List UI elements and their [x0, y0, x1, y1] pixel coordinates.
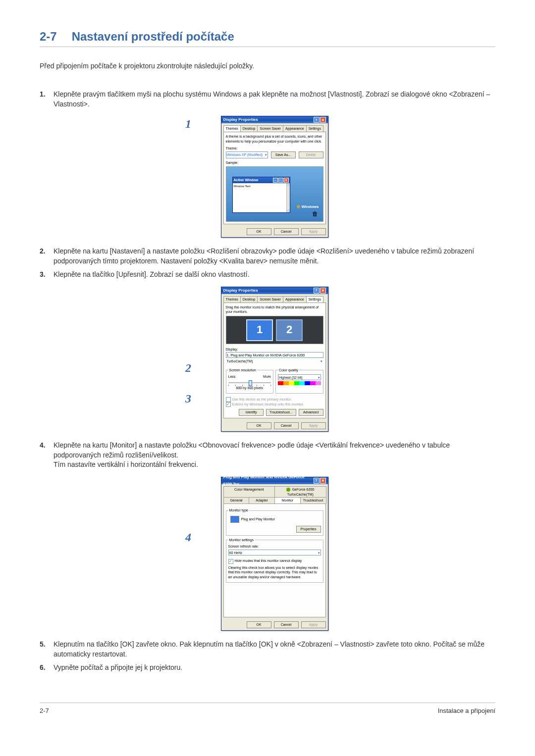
tab-themes[interactable]: Themes — [223, 296, 241, 302]
help-icon[interactable]: ? — [314, 288, 320, 294]
help-icon[interactable]: ? — [314, 117, 320, 123]
step-5: Klepnutím na tlačítko [OK] zavřete okno.… — [40, 640, 495, 659]
footer-page-number: 2-7 — [40, 707, 49, 714]
close-icon[interactable]: ✕ — [320, 117, 326, 123]
theme-sample-preview: Active Window – □ ✕ Window Text — [226, 166, 323, 222]
screen-resolution-fieldset: Screen resolution Less More — [226, 368, 274, 394]
display-properties-themes-dialog: Display Properties ? ✕ Themes Desktop Sc… — [221, 116, 328, 238]
use-primary-label: Use this device as the primary monitor. — [232, 398, 292, 401]
cancel-button[interactable]: Cancel — [274, 621, 299, 628]
close-icon: ✕ — [284, 178, 289, 183]
nvidia-icon — [286, 488, 290, 492]
intro-text: Před připojením počítače k projektoru zk… — [40, 62, 495, 70]
tab-bar: Themes Desktop Screen Saver Appearance S… — [221, 294, 328, 302]
identify-button[interactable]: Identify — [239, 409, 264, 416]
close-icon[interactable]: ✕ — [320, 288, 326, 294]
section-title-text: Nastavení prostředí počítače — [72, 30, 234, 43]
dialog-title: Display Properties — [223, 116, 258, 123]
step-6: Vypněte počítač a připojte jej k projekt… — [40, 663, 495, 673]
windows-logo: Windows — [297, 204, 319, 209]
sample-label: Sample: — [226, 160, 323, 165]
color-quality-fieldset: Color quality Highest (32 bit) — [275, 368, 323, 394]
monitor-type-legend: Monitor type — [228, 508, 250, 513]
theme-label: Theme: — [226, 146, 323, 151]
settings-description: Drag the monitor icons to match the phys… — [226, 305, 323, 315]
ok-button[interactable]: OK — [247, 228, 271, 235]
callout-3: 3 — [185, 391, 191, 407]
monitor-settings-fieldset: Monitor settings Screen refresh rate: 60… — [226, 538, 323, 583]
theme-select[interactable]: Windows XP (Modified) — [226, 151, 268, 158]
monitor-type-value: Plug and Play Monitor — [241, 517, 275, 521]
tab-geforce[interactable]: GeForce 6200 TurboCache(TM) — [274, 486, 326, 498]
tab-appearance[interactable]: Appearance — [283, 125, 307, 132]
properties-button[interactable]: Properties — [296, 526, 321, 533]
tab-monitor[interactable]: Monitor — [274, 497, 301, 504]
resolution-slider[interactable] — [228, 381, 271, 385]
window-text-label: Window Text — [234, 185, 251, 188]
dialog-titlebar: Display Properties ? ✕ — [221, 287, 328, 294]
tab-bar-row1: Color Management GeForce 6200 TurboCache… — [221, 484, 328, 498]
resolution-value: 800 by 600 pixels — [228, 386, 271, 391]
recycle-bin-icon: 🗑 — [312, 210, 318, 218]
tab-troubleshoot[interactable]: Troubleshoot — [300, 497, 326, 504]
tab-desktop[interactable]: Desktop — [240, 125, 258, 132]
monitor-arrangement[interactable]: 1 2 — [226, 316, 323, 344]
refresh-rate-label: Screen refresh rate: — [228, 544, 321, 549]
monitor-settings-legend: Monitor settings — [228, 538, 255, 543]
delete-button: Delete — [299, 151, 323, 158]
more-label: More — [263, 374, 271, 379]
advanced-button[interactable]: Advanced — [299, 409, 323, 416]
minimize-icon: – — [273, 178, 278, 183]
step-3: Klepněte na tlačítko [Upřesnit]. Zobrazí… — [40, 270, 495, 432]
display-properties-settings-dialog: Display Properties ? ✕ Themes Desktop Sc… — [221, 287, 328, 432]
tab-adapter[interactable]: Adapter — [249, 497, 275, 504]
tab-settings[interactable]: Settings — [306, 296, 323, 302]
resolution-legend: Screen resolution — [228, 368, 257, 373]
dialog-title: Display Properties — [223, 287, 258, 294]
tab-appearance[interactable]: Appearance — [283, 296, 307, 302]
close-icon[interactable]: ✕ — [320, 478, 326, 484]
hide-modes-description: Clearing this check box allows you to se… — [228, 565, 321, 580]
less-label: Less — [228, 374, 236, 379]
monitor-type-fieldset: Monitor type Plug and Play Monitor Prope… — [226, 508, 323, 536]
cancel-button[interactable]: Cancel — [274, 422, 299, 429]
callout-2: 2 — [185, 360, 191, 377]
step-4: Klepněte na kartu [Monitor] a nastavte p… — [40, 441, 495, 631]
footer-chapter: Instalace a připojení — [438, 707, 495, 714]
display-select[interactable]: 1. Plug and Play Monitor on NVIDIA GeFor… — [226, 352, 323, 358]
tab-bar: Themes Desktop Screen Saver Appearance S… — [221, 123, 328, 132]
extend-desktop-checkbox — [226, 402, 231, 407]
cancel-button[interactable]: Cancel — [274, 228, 299, 235]
monitor-properties-dialog: Plug and Play Monitor and NVIDIA GeForce… — [221, 477, 328, 631]
tab-settings[interactable]: Settings — [306, 125, 323, 132]
ok-button[interactable]: OK — [247, 422, 271, 429]
save-as-button[interactable]: Save As... — [271, 151, 296, 158]
help-icon[interactable]: ? — [314, 478, 320, 484]
scrollbar — [286, 183, 290, 212]
monitor-2-icon[interactable]: 2 — [276, 319, 303, 341]
step-2: Klepněte na kartu [Nastavení] a nastavte… — [40, 247, 495, 266]
monitor-1-icon[interactable]: 1 — [246, 319, 273, 341]
tab-color-management[interactable]: Color Management — [223, 486, 275, 498]
tab-themes[interactable]: Themes — [223, 125, 241, 132]
tab-general[interactable]: General — [223, 497, 250, 504]
monitor-icon — [230, 516, 239, 523]
ok-button[interactable]: OK — [247, 621, 271, 628]
tab-desktop[interactable]: Desktop — [240, 296, 258, 302]
color-bar — [278, 381, 321, 385]
apply-button: Apply — [301, 422, 326, 429]
maximize-icon: □ — [278, 178, 283, 183]
section-heading: 2-7Nastavení prostředí počítače — [40, 30, 495, 47]
display-label: Display: — [226, 347, 323, 352]
color-quality-select[interactable]: Highest (32 bit) — [278, 374, 321, 380]
tab-screensaver[interactable]: Screen Saver — [257, 125, 283, 132]
page-footer: 2-7 Instalace a připojení — [40, 703, 495, 714]
troubleshoot-button[interactable]: Troubleshoot... — [266, 409, 296, 416]
dialog-titlebar: Plug and Play Monitor and NVIDIA GeForce… — [221, 477, 328, 484]
hide-modes-checkbox[interactable] — [228, 559, 233, 564]
tab-screensaver[interactable]: Screen Saver — [257, 296, 283, 302]
active-window-title: Active Window — [234, 178, 259, 183]
refresh-rate-select[interactable]: 60 Hertz — [228, 550, 321, 555]
hide-modes-label: Hide modes that this monitor cannot disp… — [235, 559, 302, 562]
apply-button: Apply — [301, 621, 326, 628]
